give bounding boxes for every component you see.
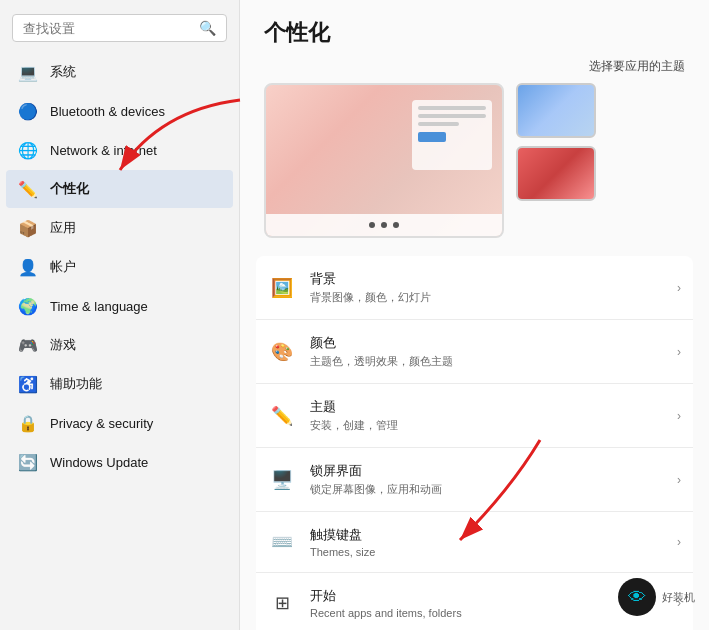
taskbar-dot-2 xyxy=(381,222,387,228)
themes-icon: ✏️ xyxy=(268,402,296,430)
color-title: 颜色 xyxy=(310,334,663,352)
themes-desc: 安装，创建，管理 xyxy=(310,418,663,433)
preview-line-2 xyxy=(418,114,486,118)
bluetooth-icon: 🔵 xyxy=(18,101,38,121)
theme-thumb-2[interactable] xyxy=(516,146,596,201)
lockscreen-chevron-icon: › xyxy=(677,473,681,487)
accessibility-icon: ♿ xyxy=(18,374,38,394)
sidebar-label-system: 系统 xyxy=(50,63,76,81)
lockscreen-title: 锁屏界面 xyxy=(310,462,663,480)
main-content: 个性化 选择要应用的主题 xyxy=(240,0,709,630)
background-text: 背景背景图像，颜色，幻灯片 xyxy=(310,270,663,305)
theme-thumbnails xyxy=(516,83,596,201)
themes-title: 主题 xyxy=(310,398,663,416)
preview-line-3 xyxy=(418,122,459,126)
gaming-icon: 🎮 xyxy=(18,335,38,355)
accounts-icon: 👤 xyxy=(18,257,38,277)
color-icon: 🎨 xyxy=(268,338,296,366)
background-icon: 🖼️ xyxy=(268,274,296,302)
sidebar-item-accounts[interactable]: 👤帐户 xyxy=(6,248,233,286)
settings-item-themes[interactable]: ✏️主题安装，创建，管理› xyxy=(256,384,693,448)
touch-keyboard-desc: Themes, size xyxy=(310,546,663,558)
start-icon: ⊞ xyxy=(268,589,296,617)
lockscreen-text: 锁屏界面锁定屏幕图像，应用和动画 xyxy=(310,462,663,497)
preview-window xyxy=(412,100,492,170)
themes-text: 主题安装，创建，管理 xyxy=(310,398,663,433)
settings-item-lockscreen[interactable]: 🖥️锁屏界面锁定屏幕图像，应用和动画› xyxy=(256,448,693,512)
start-text: 开始Recent apps and items, folders xyxy=(310,587,663,619)
theme-preview-main[interactable] xyxy=(264,83,504,238)
settings-list: 🖼️背景背景图像，颜色，幻灯片›🎨颜色主题色，透明效果，颜色主题›✏️主题安装，… xyxy=(240,248,709,630)
themes-chevron-icon: › xyxy=(677,409,681,423)
page-title: 个性化 xyxy=(264,18,330,48)
sidebar-label-bluetooth: Bluetooth & devices xyxy=(50,104,165,119)
preview-window-btn xyxy=(418,132,446,142)
theme-section-label: 选择要应用的主题 xyxy=(264,58,685,75)
sidebar-label-update: Windows Update xyxy=(50,455,148,470)
network-icon: 🌐 xyxy=(18,140,38,160)
background-title: 背景 xyxy=(310,270,663,288)
preview-taskbar xyxy=(266,214,502,236)
apps-icon: 📦 xyxy=(18,218,38,238)
sidebar-label-apps: 应用 xyxy=(50,219,76,237)
sidebar-item-privacy[interactable]: 🔒Privacy & security xyxy=(6,404,233,442)
taskbar-dot-3 xyxy=(393,222,399,228)
settings-item-color[interactable]: 🎨颜色主题色，透明效果，颜色主题› xyxy=(256,320,693,384)
sidebar-label-network: Network & internet xyxy=(50,143,157,158)
theme-preview-area xyxy=(264,83,685,238)
sidebar-item-accessibility[interactable]: ♿辅助功能 xyxy=(6,365,233,403)
sidebar-label-accounts: 帐户 xyxy=(50,258,76,276)
search-input[interactable] xyxy=(23,21,199,36)
sidebar-item-system[interactable]: 💻系统 xyxy=(6,53,233,91)
sidebar-item-network[interactable]: 🌐Network & internet xyxy=(6,131,233,169)
sidebar-item-update[interactable]: 🔄Windows Update xyxy=(6,443,233,481)
start-desc: Recent apps and items, folders xyxy=(310,607,663,619)
watermark: 👁 好装机 xyxy=(618,578,695,616)
settings-item-touch-keyboard[interactable]: ⌨️触摸键盘Themes, size› xyxy=(256,512,693,573)
sidebar-label-gaming: 游戏 xyxy=(50,336,76,354)
sidebar-label-accessibility: 辅助功能 xyxy=(50,375,102,393)
touch-keyboard-title: 触摸键盘 xyxy=(310,526,663,544)
privacy-icon: 🔒 xyxy=(18,413,38,433)
start-title: 开始 xyxy=(310,587,663,605)
sidebar-item-gaming[interactable]: 🎮游戏 xyxy=(6,326,233,364)
touch-keyboard-chevron-icon: › xyxy=(677,535,681,549)
sidebar-items-container: 💻系统🔵Bluetooth & devices🌐Network & intern… xyxy=(0,52,239,482)
touch-keyboard-text: 触摸键盘Themes, size xyxy=(310,526,663,558)
sidebar-item-time[interactable]: 🌍Time & language xyxy=(6,287,233,325)
sidebar-label-time: Time & language xyxy=(50,299,148,314)
touch-keyboard-icon: ⌨️ xyxy=(268,528,296,556)
color-text: 颜色主题色，透明效果，颜色主题 xyxy=(310,334,663,369)
time-icon: 🌍 xyxy=(18,296,38,316)
settings-item-background[interactable]: 🖼️背景背景图像，颜色，幻灯片› xyxy=(256,256,693,320)
watermark-icon: 👁 xyxy=(618,578,656,616)
sidebar-item-bluetooth[interactable]: 🔵Bluetooth & devices xyxy=(6,92,233,130)
search-box[interactable]: 🔍 xyxy=(12,14,227,42)
sidebar-item-apps[interactable]: 📦应用 xyxy=(6,209,233,247)
color-chevron-icon: › xyxy=(677,345,681,359)
background-chevron-icon: › xyxy=(677,281,681,295)
theme-section: 选择要应用的主题 xyxy=(240,58,709,248)
personalization-icon: ✏️ xyxy=(18,179,38,199)
taskbar-dot-1 xyxy=(369,222,375,228)
preview-line-1 xyxy=(418,106,486,110)
watermark-text: 好装机 xyxy=(662,590,695,605)
background-desc: 背景图像，颜色，幻灯片 xyxy=(310,290,663,305)
lockscreen-desc: 锁定屏幕图像，应用和动画 xyxy=(310,482,663,497)
sidebar-label-privacy: Privacy & security xyxy=(50,416,153,431)
sidebar-label-personalization: 个性化 xyxy=(50,180,89,198)
system-icon: 💻 xyxy=(18,62,38,82)
update-icon: 🔄 xyxy=(18,452,38,472)
sidebar-item-personalization[interactable]: ✏️个性化 xyxy=(6,170,233,208)
lockscreen-icon: 🖥️ xyxy=(268,466,296,494)
color-desc: 主题色，透明效果，颜色主题 xyxy=(310,354,663,369)
sidebar: 🔍 💻系统🔵Bluetooth & devices🌐Network & inte… xyxy=(0,0,240,630)
main-header: 个性化 xyxy=(240,0,709,58)
search-icon: 🔍 xyxy=(199,20,216,36)
theme-thumb-1[interactable] xyxy=(516,83,596,138)
